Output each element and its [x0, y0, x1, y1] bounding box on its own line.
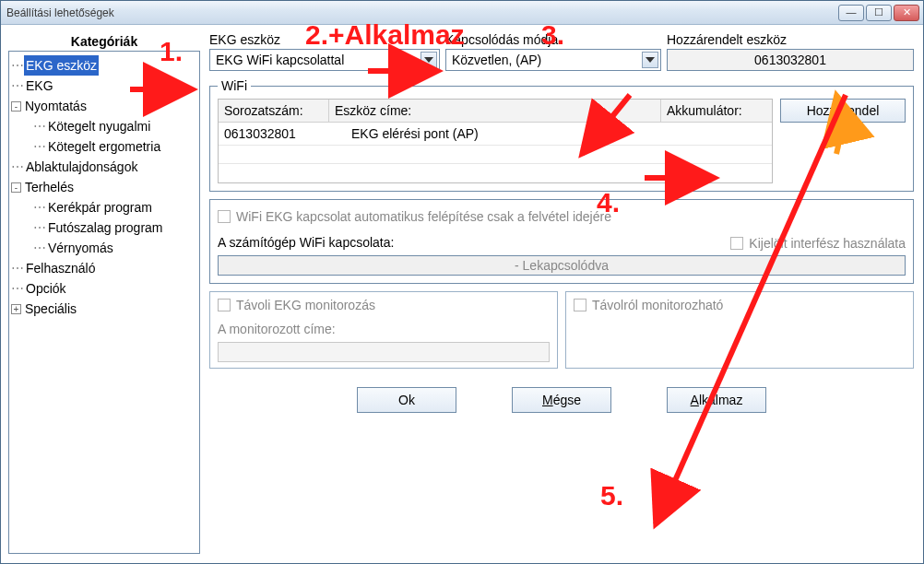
col-serial: Sorozatszám: — [219, 100, 329, 123]
tree-item-bike[interactable]: ⋯ Kerékpár program — [11, 197, 197, 217]
assigned-field: Hozzárendelt eszköz 0613032801 — [667, 32, 914, 71]
assigned-label: Hozzárendelt eszköz — [667, 32, 914, 47]
checkbox-icon — [218, 299, 231, 311]
tree-item-special[interactable]: + Speciális — [11, 299, 197, 319]
tree-item-options[interactable]: ⋯ Opciók — [11, 278, 197, 299]
conn-label: Kapcsolódás módja — [445, 32, 661, 47]
tree-item-ekg[interactable]: ⋯ EKG — [11, 76, 197, 96]
ok-button[interactable]: Ok — [357, 387, 456, 413]
wifi-legend: WiFi — [218, 78, 251, 93]
checkbox-icon — [730, 237, 743, 250]
collapse-icon[interactable]: - — [11, 182, 21, 193]
close-button[interactable]: ✕ — [894, 5, 919, 21]
conn-combo[interactable]: Közvetlen, (AP) — [445, 49, 661, 71]
tree-item-print[interactable]: - Nyomtatás — [11, 96, 197, 116]
remote-monitorable-group: Távolról monitorozható — [565, 291, 914, 369]
device-field: EKG eszköz EKG WiFi kapcsolattal — [209, 32, 440, 71]
pc-wifi-label: A számítógép WiFi kapcsolata: — [218, 235, 394, 250]
tree-item-load[interactable]: - Terhelés — [11, 177, 197, 197]
tree-item-bloodpressure[interactable]: ⋯ Vérnyomás — [11, 238, 197, 258]
main-panel: EKG eszköz EKG WiFi kapcsolattal Kapcsol… — [209, 32, 914, 554]
settings-window: Beállítási lehetőségek — ☐ ✕ Kategóriák … — [0, 0, 924, 564]
conn-value: Közvetlen, (AP) — [452, 53, 541, 67]
tree-item-batch-rest[interactable]: ⋯ Kötegelt nyugalmi — [11, 116, 197, 136]
checkbox-icon — [218, 210, 231, 223]
tree-item-treadmill[interactable]: ⋯ Futószalag program — [11, 217, 197, 238]
remote-monitorable-checkbox[interactable]: Távolról monitorozható — [574, 298, 723, 312]
maximize-button[interactable]: ☐ — [866, 5, 892, 21]
cell-addr: EKG elérési pont (AP) — [329, 123, 661, 146]
wifi-row-empty — [219, 164, 772, 182]
wifi-status: - Lekapcsolódva — [218, 255, 906, 276]
content-area: Kategóriák ⋯ EKG eszköz ⋯ EKG - Nyomtatá… — [1, 25, 923, 563]
tree-item-windowprops[interactable]: ⋯ Ablaktulajdonságok — [11, 157, 197, 177]
cell-serial: 0613032801 — [219, 123, 329, 146]
col-batt: Akkumulátor: — [661, 100, 772, 123]
conn-field: Kapcsolódás módja Közvetlen, (AP) — [445, 32, 661, 71]
remote-monitor-group: Távoli EKG monitorozás A monitorozott cí… — [209, 291, 558, 369]
wifi-table-header: Sorozatszám: Eszköz címe: Akkumulátor: — [219, 100, 772, 123]
monitor-row: Távoli EKG monitorozás A monitorozott cí… — [209, 291, 914, 369]
wifi-row-empty — [219, 146, 772, 164]
svg-marker-0 — [424, 57, 433, 63]
minimize-button[interactable]: — — [838, 5, 864, 21]
wifi-group: WiFi Sorozatszám: Eszköz címe: Akkumulát… — [209, 78, 914, 192]
chevron-down-icon[interactable] — [421, 52, 437, 68]
assigned-value-box: 0613032801 — [667, 49, 914, 71]
device-combo[interactable]: EKG WiFi kapcsolattal — [209, 49, 440, 71]
titlebar: Beállítási lehetőségek — ☐ ✕ — [1, 1, 923, 25]
collapse-icon[interactable]: - — [11, 101, 21, 112]
device-value: EKG WiFi kapcsolattal — [216, 53, 344, 67]
expand-icon[interactable]: + — [11, 304, 21, 314]
col-addr: Eszköz címe: — [329, 100, 661, 123]
sidebar-heading: Kategóriák — [8, 32, 200, 51]
checkbox-icon — [574, 299, 586, 311]
category-tree[interactable]: ⋯ EKG eszköz ⋯ EKG - Nyomtatás ⋯ Kötegel… — [8, 51, 200, 554]
cancel-button[interactable]: Mégse — [512, 387, 611, 413]
assign-button[interactable]: Hozzárendel — [780, 99, 906, 123]
chevron-down-icon[interactable] — [642, 52, 658, 68]
sidebar: Kategóriák ⋯ EKG eszköz ⋯ EKG - Nyomtatá… — [8, 32, 200, 554]
tree-item-batch-ergo[interactable]: ⋯ Kötegelt ergometria — [11, 136, 197, 157]
window-buttons: — ☐ ✕ — [838, 5, 919, 21]
assigned-value: 0613032801 — [754, 53, 826, 67]
device-label: EKG eszköz — [209, 32, 440, 47]
svg-marker-1 — [646, 57, 655, 63]
selected-iface-checkbox[interactable]: Kijelölt interfész használata — [730, 236, 906, 251]
monitored-addr-label: A monitorozott címe: — [218, 322, 550, 336]
apply-button[interactable]: Alkalmaz — [667, 387, 766, 413]
tree-item-user[interactable]: ⋯ Felhasználó — [11, 258, 197, 278]
dialog-footer: Ok Mégse Alkalmaz — [209, 387, 914, 413]
wifi-table[interactable]: Sorozatszám: Eszköz címe: Akkumulátor: 0… — [218, 99, 773, 183]
top-row: EKG eszköz EKG WiFi kapcsolattal Kapcsol… — [209, 32, 914, 71]
auto-connect-checkbox[interactable]: WiFi EKG kapcsolat automatikus felépítés… — [218, 209, 611, 224]
cell-batt — [661, 123, 772, 146]
window-title: Beállítási lehetőségek — [6, 6, 838, 19]
remote-monitor-checkbox[interactable]: Távoli EKG monitorozás — [218, 298, 375, 312]
tree-item-ekg-device[interactable]: ⋯ EKG eszköz — [11, 55, 197, 76]
monitored-addr-input[interactable] — [218, 342, 550, 362]
wifi-row[interactable]: 0613032801 EKG elérési pont (AP) — [219, 123, 772, 146]
conn-options-group: WiFi EKG kapcsolat automatikus felépítés… — [209, 199, 914, 284]
